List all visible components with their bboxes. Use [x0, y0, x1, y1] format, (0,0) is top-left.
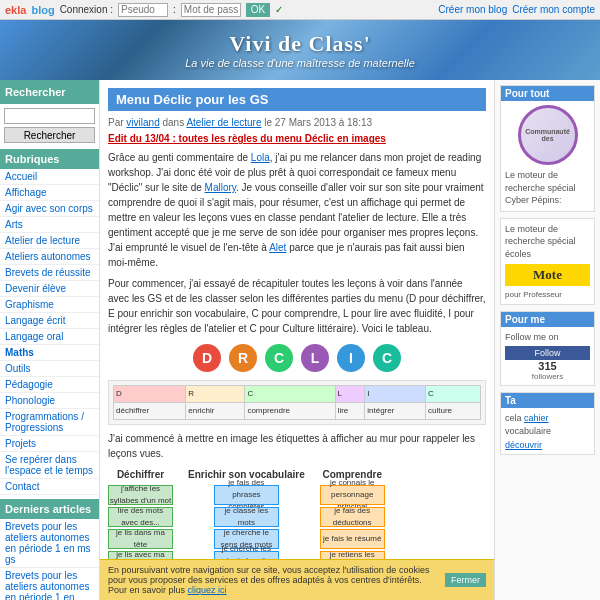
main-layout: Rechercher Rechercher Rubriques Accueil …	[0, 80, 600, 600]
author-link[interactable]: viviland	[126, 117, 159, 128]
nav-reperer[interactable]: Se repérer dans l'espace et le temps	[0, 452, 99, 479]
cookie-text: En poursuivant votre navigation sur ce s…	[108, 565, 440, 595]
circle-i: I	[337, 344, 365, 372]
recent-item-1[interactable]: Brevets pour les ateliers autonomes en p…	[0, 519, 99, 568]
check-icon: ✓	[275, 4, 283, 15]
rs-pour-tout-title: Pour tout	[501, 86, 594, 101]
circle-c1: C	[265, 344, 293, 372]
follower-label: followers	[505, 372, 590, 381]
create-blog-link[interactable]: Créer mon blog	[438, 4, 507, 15]
nav-contact[interactable]: Contact	[0, 479, 99, 495]
edit-link[interactable]: Edit du 13/04 : toutes les règles du men…	[108, 133, 386, 144]
label-card: j'affiche les syllabes d'un mot	[108, 485, 173, 505]
rs-ta-title: Ta	[501, 393, 594, 408]
cookie-banner: En poursuivant votre navigation sur ce s…	[100, 559, 494, 600]
colon-sep: :	[173, 4, 176, 15]
nav-atelier-lecture[interactable]: Atelier de lecture	[0, 233, 99, 249]
nav-langage-oral[interactable]: Langage oral	[0, 329, 99, 345]
eklablog-logo: ekla	[5, 4, 26, 16]
nav-langage-ecrit[interactable]: Langage écrit	[0, 313, 99, 329]
label-card: je lis dans ma tête	[108, 529, 173, 549]
nav-accueil[interactable]: Accueil	[0, 169, 99, 185]
site-title: Vivi de Class'	[185, 31, 415, 57]
nav-brevets[interactable]: Brevets de réussite	[0, 265, 99, 281]
topbar: eklablog Connexion : : OK ✓ Créer mon bl…	[0, 0, 600, 20]
right-sidebar: Pour tout Communauté des Le moteur de re…	[495, 80, 600, 600]
body-p3: J'ai commencé à mettre en image les étiq…	[108, 431, 486, 461]
nav-ateliers-autonomes[interactable]: Ateliers autonomes	[0, 249, 99, 265]
search-button[interactable]: Rechercher	[4, 127, 95, 143]
cela-label: cela cahier vocabulaire	[505, 412, 590, 437]
nav-graphisme[interactable]: Graphisme	[0, 297, 99, 313]
site-subtitle: La vie de classe d'une maîtresse de mate…	[185, 57, 415, 69]
menu-circles: D R C L I C	[108, 344, 486, 372]
moteur-p2: Le moteur de recherche spécial écoles	[505, 223, 590, 261]
left-sidebar: Rechercher Rechercher Rubriques Accueil …	[0, 80, 100, 600]
alet-link[interactable]: Alet	[269, 242, 286, 253]
mote-logo: Mote	[505, 264, 590, 286]
main-content: Menu Déclic pour les GS Par viviland dan…	[100, 80, 495, 600]
nav-affichage[interactable]: Affichage	[0, 185, 99, 201]
community-circle: Communauté des	[518, 105, 578, 165]
label-card: je fais des déductions	[320, 507, 385, 527]
mote-sub: pour Professeur	[505, 289, 590, 300]
nav-outils[interactable]: Outils	[0, 361, 99, 377]
ok-button[interactable]: OK	[246, 3, 270, 17]
header-title-block: Vivi de Class' La vie de classe d'une ma…	[185, 31, 415, 69]
nav-projets[interactable]: Projets	[0, 436, 99, 452]
search-input[interactable]	[4, 108, 95, 124]
circle-r: R	[229, 344, 257, 372]
follow-label: Follow me on	[505, 331, 590, 344]
search-box: Rechercher	[0, 104, 99, 147]
label-card: je fais le résumé	[320, 529, 385, 549]
decouvrir-link[interactable]: découvrir	[505, 440, 542, 450]
nav-programmations[interactable]: Programmations / Progressions	[0, 409, 99, 436]
nav-maths[interactable]: Maths	[0, 345, 99, 361]
nav-phonologie[interactable]: Phonologie	[0, 393, 99, 409]
label-card: lire des mots avec des...	[108, 507, 173, 527]
connexion-label: Connexion :	[60, 4, 113, 15]
menu-table: D R C L I C déchiffrer enrichir comprend…	[108, 380, 486, 425]
label-card: je classe les mots	[214, 507, 279, 527]
rubriques-header: Rubriques	[0, 149, 99, 169]
post-title: Menu Déclic pour les GS	[108, 88, 486, 111]
sidebar-nav: Accueil Affichage Agir avec son corps Ar…	[0, 169, 99, 495]
rs-ta: Ta cela cahier vocabulaire découvrir	[500, 392, 595, 454]
rs-pour-me: Pour me Follow me on Follow 315 follower…	[500, 311, 595, 387]
nav-pedagogie[interactable]: Pédagogie	[0, 377, 99, 393]
cookie-close-button[interactable]: Fermer	[445, 573, 486, 587]
category-link[interactable]: Atelier de lecture	[186, 117, 261, 128]
rs-pour-tout: Pour tout Communauté des Le moteur de re…	[500, 85, 595, 212]
pseudo-input[interactable]	[118, 3, 168, 17]
recent-item-2[interactable]: Brevets pour les ateliers autonomes en p…	[0, 568, 99, 600]
recent-articles-list: Brevets pour les ateliers autonomes en p…	[0, 519, 99, 600]
topbar-right: Créer mon blog Créer mon compte	[438, 4, 595, 15]
nav-devenir[interactable]: Devenir élève	[0, 281, 99, 297]
nav-agir[interactable]: Agir avec son corps	[0, 201, 99, 217]
moteur-p1: Le moteur de recherche spécial Cyber Pép…	[505, 169, 590, 207]
post-meta: Par viviland dans Atelier de lecture le …	[108, 117, 486, 128]
search-section-header: Rechercher	[0, 80, 99, 104]
circle-c2: C	[373, 344, 401, 372]
circle-l: L	[301, 344, 329, 372]
nav-arts[interactable]: Arts	[0, 217, 99, 233]
rs-moteur: Le moteur de recherche spécial écoles Mo…	[500, 218, 595, 305]
post-body: Grâce au genti commentaire de Lola, j'ai…	[108, 150, 486, 600]
create-account-link[interactable]: Créer mon compte	[512, 4, 595, 15]
label-card: je fais des phrases complètes	[214, 485, 279, 505]
site-header: Vivi de Class' La vie de classe d'une ma…	[0, 20, 600, 80]
follower-count: 315	[505, 360, 590, 372]
recent-articles-header: Derniers articles	[0, 499, 99, 519]
circle-d: D	[193, 344, 221, 372]
mallory-link[interactable]: Mallory	[205, 182, 236, 193]
rs-pour-me-title: Pour me	[501, 312, 594, 327]
cookie-link[interactable]: cliquez ici	[188, 585, 227, 595]
label-card: je connais le personnage principal	[320, 485, 385, 505]
post-edit-notice: Edit du 13/04 : toutes les règles du men…	[108, 133, 486, 144]
cahier-link[interactable]: cahier	[524, 413, 549, 423]
lola-link[interactable]: Lola	[251, 152, 270, 163]
password-input[interactable]	[181, 3, 241, 17]
col-title-dechiffrer: Déchiffrer	[117, 467, 164, 482]
follow-button[interactable]: Follow	[505, 346, 590, 360]
